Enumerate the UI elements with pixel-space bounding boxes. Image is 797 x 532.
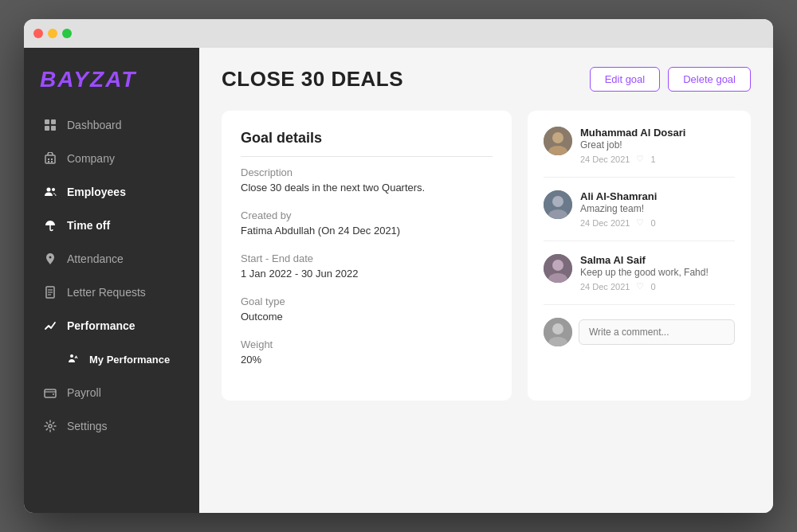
- sidebar-item-company-label: Company: [67, 152, 115, 165]
- comment-date-3: 24 Dec 2021: [580, 282, 630, 291]
- svg-point-30: [552, 323, 563, 334]
- sidebar-item-dashboard[interactable]: Dashboard: [27, 108, 196, 142]
- avatar-muhammad: [544, 127, 572, 155]
- wallet-icon: [43, 385, 57, 400]
- goal-field-dates-value: 1 Jan 2022 - 30 Jun 2022: [241, 268, 493, 280]
- comment-item-2: Ali Al-Shamrani Amazing team! 24 Dec 202…: [544, 190, 735, 228]
- goal-field-weight: Weight 20%: [241, 338, 493, 366]
- avatar-ali: [544, 190, 572, 219]
- goal-field-created-by-value: Fatima Abdullah (On 24 Dec 2021): [241, 225, 493, 237]
- comments-card: Muhammad Al Dosari Great job! 24 Dec 202…: [528, 111, 751, 401]
- goal-field-type-value: Outcome: [241, 311, 493, 323]
- goal-field-created-by-label: Created by: [241, 209, 493, 221]
- commenter-name-3: Salma Al Saif: [580, 254, 735, 266]
- goal-field-dates: Start - End date 1 Jan 2022 - 30 Jun 202…: [241, 252, 493, 280]
- comment-text-1: Great job!: [580, 139, 735, 151]
- divider-3: [544, 304, 735, 305]
- sidebar-item-employees[interactable]: Employees: [27, 175, 196, 209]
- svg-rect-0: [45, 119, 49, 124]
- sidebar-item-settings[interactable]: Settings: [27, 409, 196, 443]
- svg-rect-5: [48, 158, 49, 160]
- sidebar-item-employees-label: Employees: [67, 186, 126, 198]
- sidebar-item-performance[interactable]: Performance: [27, 309, 196, 342]
- sidebar-item-settings-label: Settings: [67, 420, 108, 432]
- svg-rect-3: [51, 126, 56, 131]
- svg-point-11: [49, 256, 52, 259]
- goal-field-type-label: Goal type: [241, 295, 493, 307]
- heart-icon-1[interactable]: ♡: [636, 154, 644, 164]
- svg-rect-6: [51, 158, 53, 160]
- svg-point-27: [552, 260, 563, 271]
- avatar-salma: [544, 254, 572, 283]
- svg-point-19: [49, 424, 52, 428]
- comment-date-1: 24 Dec 2021: [580, 155, 630, 164]
- sidebar-item-my-performance[interactable]: My Performance: [27, 342, 196, 376]
- umbrella-icon: [43, 218, 57, 233]
- goal-field-dates-label: Start - End date: [241, 252, 493, 264]
- grid-icon: [43, 118, 57, 132]
- building-icon: [43, 151, 57, 166]
- svg-rect-8: [51, 161, 53, 162]
- comment-item-1: Muhammad Al Dosari Great job! 24 Dec 202…: [544, 127, 735, 164]
- app-window: BAYZAT Dashboard: [24, 19, 773, 513]
- sidebar-item-dashboard-label: Dashboard: [67, 119, 122, 131]
- sidebar-item-letter-requests-label: Letter Requests: [67, 286, 146, 299]
- fullscreen-button[interactable]: [62, 29, 72, 38]
- titlebar: [24, 19, 773, 48]
- person-chart-icon: [65, 352, 80, 366]
- sidebar-item-timeoff-label: Time off: [67, 219, 110, 232]
- comment-input-row: [544, 318, 735, 346]
- sidebar-item-attendance-label: Attendance: [67, 252, 124, 265]
- goal-field-description: Description Close 30 deals in the next t…: [241, 166, 493, 194]
- svg-point-24: [552, 196, 563, 207]
- sidebar: BAYZAT Dashboard: [24, 48, 199, 513]
- goal-details-card: Goal details Description Close 30 deals …: [222, 111, 512, 401]
- svg-rect-4: [45, 155, 55, 163]
- sidebar-item-letter-requests[interactable]: Letter Requests: [27, 276, 196, 309]
- goal-field-description-label: Description: [241, 166, 493, 178]
- logo: BAYZAT: [40, 67, 183, 92]
- goal-field-weight-value: 20%: [241, 354, 493, 366]
- minimize-button[interactable]: [48, 29, 57, 38]
- heart-icon-3[interactable]: ♡: [636, 281, 644, 291]
- comment-body-3: Salma Al Saif Keep up the good work, Fah…: [580, 254, 735, 291]
- comment-likes-2: 0: [650, 218, 655, 228]
- svg-point-16: [70, 354, 73, 358]
- document-icon: [43, 285, 57, 299]
- svg-point-9: [47, 188, 51, 192]
- sidebar-item-company[interactable]: Company: [27, 142, 196, 175]
- sidebar-item-payroll[interactable]: Payroll: [27, 376, 196, 409]
- goal-details-title: Goal details: [241, 130, 493, 157]
- commenter-name-1: Muhammad Al Dosari: [580, 127, 735, 139]
- sidebar-item-payroll-label: Payroll: [67, 386, 101, 399]
- window-body: BAYZAT Dashboard: [24, 48, 773, 513]
- goal-field-weight-label: Weight: [241, 338, 493, 350]
- sidebar-item-my-performance-label: My Performance: [89, 354, 170, 366]
- sidebar-item-timeoff[interactable]: Time off: [27, 209, 196, 242]
- comment-likes-3: 0: [650, 282, 655, 291]
- delete-goal-button[interactable]: Delete goal: [668, 67, 751, 92]
- logo-area: BAYZAT: [24, 48, 199, 108]
- divider-1: [544, 177, 735, 178]
- current-user-avatar: [544, 318, 572, 346]
- comment-likes-1: 1: [650, 155, 655, 164]
- svg-rect-2: [45, 126, 49, 131]
- svg-rect-17: [45, 389, 56, 397]
- location-icon: [43, 252, 57, 266]
- comment-date-2: 24 Dec 2021: [580, 218, 630, 228]
- heart-icon-2[interactable]: ♡: [636, 217, 644, 228]
- content-row: Goal details Description Close 30 deals …: [222, 111, 751, 401]
- comment-text-2: Amazing team!: [580, 203, 735, 214]
- close-button[interactable]: [33, 29, 43, 38]
- comment-input[interactable]: [579, 319, 735, 345]
- edit-goal-button[interactable]: Edit goal: [590, 67, 661, 92]
- goal-field-created-by: Created by Fatima Abdullah (On 24 Dec 20…: [241, 209, 493, 237]
- divider-2: [544, 241, 735, 241]
- page-header: CLOSE 30 DEALS Edit goal Delete goal: [222, 67, 751, 92]
- comment-body-2: Ali Al-Shamrani Amazing team! 24 Dec 202…: [580, 190, 735, 228]
- header-buttons: Edit goal Delete goal: [590, 67, 751, 92]
- sidebar-item-attendance[interactable]: Attendance: [27, 242, 196, 276]
- gear-icon: [43, 419, 57, 433]
- comment-item-3: Salma Al Saif Keep up the good work, Fah…: [544, 254, 735, 291]
- comment-text-3: Keep up the good work, Fahd!: [580, 267, 735, 278]
